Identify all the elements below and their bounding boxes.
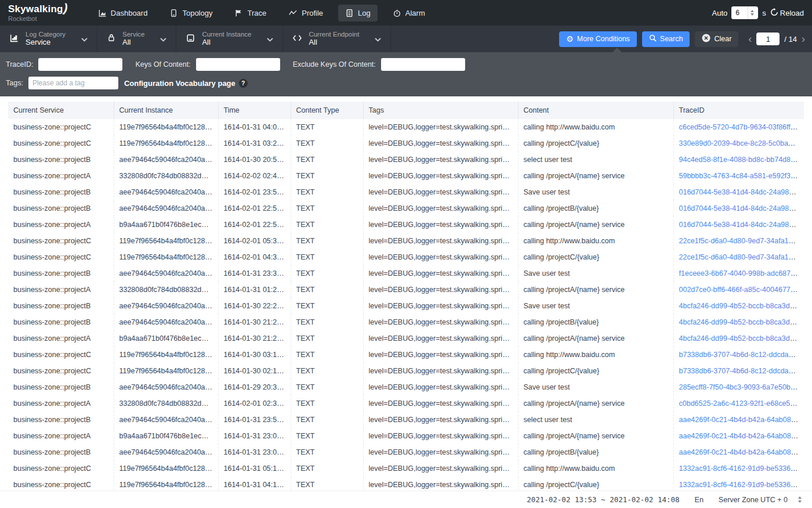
cell-type: TEXT <box>291 217 363 233</box>
table-row[interactable]: business-zone::projectC119e7f96564b4a4fb… <box>8 233 804 249</box>
table-row[interactable]: business-zone::projectAb9a4aa671b0f476b8… <box>8 428 804 444</box>
table-row[interactable]: business-zone::projectAb9a4aa671b0f476b8… <box>8 330 804 347</box>
table-row[interactable]: business-zone::projectC119e7f96564b4a4fb… <box>8 135 804 152</box>
app-logo[interactable]: Skywalking ) Rocketbot <box>8 4 68 22</box>
table-row[interactable]: business-zone::projectA332808d0fc784db08… <box>8 395 804 412</box>
trace-id-link[interactable]: 4bcfa246-dd99-4b52-bccb-b8ca3dc5fc94 <box>679 302 804 310</box>
column-header: Content <box>518 102 673 119</box>
trace-id-link[interactable]: aae4269f-0c21-4b4d-b42a-64ab08808ac8 <box>679 448 804 456</box>
nav-item-alarm[interactable]: Alarm <box>386 5 432 21</box>
reload-icon <box>770 8 778 18</box>
cell-service: business-zone::projectC <box>8 460 114 477</box>
trace-id-link[interactable]: 1332ac91-8cf6-4162-91d9-be53361168a9 <box>679 481 804 489</box>
table-row[interactable]: business-zone::projectA332808d0fc784db08… <box>8 168 804 184</box>
more-conditions-button[interactable]: ⚙ More Conditions <box>559 31 637 47</box>
trace-id-link[interactable]: b7338db6-3707-4b6d-8c12-ddcdabbdb45a <box>679 351 804 359</box>
cell-type: TEXT <box>291 152 363 168</box>
help-icon[interactable]: ? <box>239 79 248 88</box>
page-input[interactable] <box>756 33 780 45</box>
trace-id-link[interactable]: b7338db6-3707-4b6d-8c12-ddcdabbdb45a <box>679 367 804 375</box>
nav-item-topology[interactable]: Topology <box>162 5 219 21</box>
tags-input[interactable] <box>28 77 118 89</box>
table-row[interactable]: business-zone::projectC119e7f96564b4a4fb… <box>8 347 804 363</box>
dashboard-icon <box>98 9 107 17</box>
trace-id-link[interactable]: c6ced5de-5720-4d7b-9634-03f86ff55d30 <box>679 123 804 131</box>
cell-trace_id: b7338db6-3707-4b6d-8c12-ddcdabbdb45a <box>673 363 804 379</box>
trace-id-link[interactable]: 59bbbb3c-4763-4c84-a581-e592f39865bd <box>679 172 804 180</box>
table-row[interactable]: business-zone::projectBaee79464c59046fca… <box>8 444 804 460</box>
cell-tags: level=DEBUG,logger=test.skywalking.sprin… <box>363 265 518 282</box>
reload-button[interactable]: Reload <box>770 8 804 18</box>
current-endpoint-select[interactable]: Current Endpoint All <box>283 26 391 52</box>
trace-id-link[interactable]: 016d7044-5e38-41d4-84dc-24a98624a30e <box>679 204 804 212</box>
prev-page-icon[interactable]: ‹ <box>748 34 752 44</box>
table-row[interactable]: business-zone::projectAb9a4aa671b0f476b8… <box>8 217 804 233</box>
nav-label: Topology <box>182 9 212 17</box>
cell-tags: level=DEBUG,logger=test.skywalking.sprin… <box>363 152 518 168</box>
keys-of-content-input[interactable] <box>196 58 280 71</box>
vocabulary-page-link[interactable]: Configuration Vocabulary page <box>124 79 235 88</box>
table-row[interactable]: business-zone::projectC119e7f96564b4a4fb… <box>8 249 804 265</box>
trace-id-link[interactable]: 1332ac91-8cf6-4162-91d9-be53361168a9 <box>679 464 804 473</box>
next-page-icon[interactable]: › <box>802 34 805 44</box>
cell-instance: aee79464c59046fca2040a6c68... <box>114 298 218 314</box>
table-row[interactable]: business-zone::projectBaee79464c59046fca… <box>8 379 804 395</box>
trace-id-link[interactable]: 016d7044-5e38-41d4-84dc-24a98624a30e <box>679 221 804 229</box>
table-row[interactable]: business-zone::projectBaee79464c59046fca… <box>8 152 804 168</box>
trace-id-link[interactable]: 22ce1f5c-d6a0-4d80-9ed7-34afa1be2490 <box>679 253 804 261</box>
column-header: Tags <box>363 102 518 119</box>
cell-type: TEXT <box>291 135 363 152</box>
table-row[interactable]: business-zone::projectBaee79464c59046fca… <box>8 200 804 217</box>
nav-label: Dashboard <box>111 9 148 17</box>
service-select[interactable]: Service All <box>97 26 176 52</box>
trace-id-link[interactable]: 4bcfa246-dd99-4b52-bccb-b8ca3dc5fc94 <box>679 318 804 326</box>
language-toggle[interactable]: En <box>695 496 704 504</box>
search-button[interactable]: Search <box>642 31 690 47</box>
trace-id-link[interactable]: aae4269f-0c21-4b4d-b42a-64ab08808ac8 <box>679 432 804 440</box>
cell-service: business-zone::projectB <box>8 379 114 395</box>
table-row[interactable]: business-zone::projectBaee79464c59046fca… <box>8 412 804 428</box>
cell-service: business-zone::projectB <box>8 314 114 330</box>
table-row[interactable]: business-zone::projectC119e7f96564b4a4fb… <box>8 119 804 135</box>
nav-item-log[interactable]: Log <box>338 5 378 21</box>
trace-id-link[interactable]: c0bd6525-2a6c-4123-92f1-e68ce57f767d <box>679 399 804 408</box>
time-range-picker[interactable]: 2021-02-02 13:53 ~ 2021-02-02 14:08 <box>527 495 679 504</box>
column-header: Time <box>218 102 291 119</box>
log-category-select[interactable]: Log Category Service <box>0 26 97 52</box>
table-row[interactable]: business-zone::projectC119e7f96564b4a4fb… <box>8 460 804 477</box>
trace-id-link[interactable]: f1eceee3-6b67-4040-998b-adc6871261c1 <box>679 269 804 278</box>
table-row[interactable]: business-zone::projectBaee79464c59046fca… <box>8 314 804 330</box>
cell-type: TEXT <box>291 460 363 477</box>
trace-id-link[interactable]: 94c4ed58-8f1e-4088-bd8c-bb74d8eca703 <box>679 156 804 164</box>
current-instance-select[interactable]: Current Instance All <box>176 26 283 52</box>
clear-button[interactable]: Clear <box>695 31 738 47</box>
auto-seconds-input[interactable] <box>731 6 748 19</box>
auto-seconds-stepper[interactable] <box>748 6 756 19</box>
cell-content: select user test <box>518 412 673 428</box>
main-nav: Dashboard Topology Trace Profile Log <box>91 5 432 21</box>
trace-id-link[interactable]: 285ecff8-7f50-4bc3-9093-6a7e50b6a9a3 <box>679 383 804 391</box>
selector-value: All <box>122 38 144 47</box>
table-row[interactable]: business-zone::projectBaee79464c59046fca… <box>8 184 804 200</box>
trace-id-link[interactable]: aae4269f-0c21-4b4d-b42a-64ab08808ac8 <box>679 416 804 424</box>
trace-id-link[interactable]: 330e89d0-2039-4bce-8c28-5c0ba6bc8ce7 <box>679 139 804 147</box>
nav-item-profile[interactable]: Profile <box>281 5 330 21</box>
table-row[interactable]: business-zone::projectA332808d0fc784db08… <box>8 282 804 298</box>
trace-id-link[interactable]: 016d7044-5e38-41d4-84dc-24a98624a30e <box>679 188 804 196</box>
exclude-keys-input[interactable] <box>381 58 465 71</box>
trace-id-input[interactable] <box>38 58 122 71</box>
trace-id-link[interactable]: 4bcfa246-dd99-4b52-bccb-b8ca3dc5fc94 <box>679 334 804 343</box>
table-row[interactable]: business-zone::projectBaee79464c59046fca… <box>8 265 804 282</box>
nav-label: Alarm <box>405 9 425 17</box>
cell-instance: aee79464c59046fca2040a6c68... <box>114 379 218 395</box>
logo-subtitle: Rocketbot <box>8 16 68 22</box>
selector-value: All <box>309 38 359 47</box>
trace-id-link[interactable]: 22ce1f5c-d6a0-4d80-9ed7-34afa1be2490 <box>679 237 804 245</box>
nav-item-dashboard[interactable]: Dashboard <box>91 5 155 21</box>
nav-item-trace[interactable]: Trace <box>227 5 273 21</box>
table-row[interactable]: business-zone::projectC119e7f96564b4a4fb… <box>8 363 804 379</box>
trace-id-link[interactable]: 002d7ce0-bff6-466f-a85c-4004677d8fbf <box>679 286 804 294</box>
table-row[interactable]: business-zone::projectBaee79464c59046fca… <box>8 298 804 314</box>
cell-time: 1614-01-30 20:54:04 <box>218 152 291 168</box>
timezone-stepper[interactable] <box>798 496 802 503</box>
